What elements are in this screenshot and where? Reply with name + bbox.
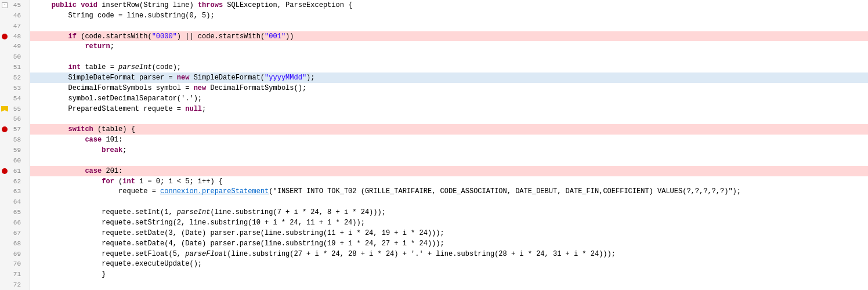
code-token: requete.executeUpdate(); [35,260,202,268]
line-number: 58 [9,136,23,143]
code-token: ( [114,177,122,186]
code-line: requete.setInt(1, parseInt(line.substrin… [30,207,868,217]
code-token: parseFloat [185,250,227,258]
code-token: int [68,63,81,71]
code-token: ; [110,42,114,50]
code-token: case [85,167,102,175]
gutter-row: 71 [0,269,30,280]
gutter-row: 62 [0,176,30,187]
line-number: 60 [9,157,23,164]
code-line: requete.setDate(3, (Date) parser.parse(l… [30,228,868,238]
code-token: table = [81,63,118,71]
code-line: requete = connexion.prepareStatement("IN… [30,186,868,197]
line-number: 52 [9,74,23,81]
code-token: requete.setString(2, line.substring(10 +… [35,219,365,227]
code-token: insertRow(String line) [97,1,198,9]
code-line: switch (table) { [30,124,868,135]
code-token: if [68,32,77,41]
line-number: 72 [9,281,23,288]
line-number: 70 [9,260,23,267]
breakpoint-icon [0,126,9,132]
code-line: case 101: [30,135,868,145]
code-line: requete.setFloat(5, parseFloat(line.subs… [30,249,868,259]
fold-icon: - [0,2,9,8]
code-line: int table = parseInt(code); [30,62,868,72]
gutter-row: 61 [0,166,30,176]
line-number: 54 [9,95,23,102]
breakpoint-icon [0,168,9,174]
line-number: 66 [9,219,23,226]
code-line: requete.executeUpdate(); [30,259,868,269]
code-token: requete.setDate(3, (Date) parser.parse(l… [35,229,444,237]
gutter-row: 56 [0,114,30,124]
gutter-row: 70 [0,259,30,269]
gutter-row: 63 [0,186,30,197]
gutter-row: 59 [0,145,30,155]
code-line: symbol.setDecimalSeparator('.'); [30,93,868,104]
code-line: requete.setString(2, line.substring(10 +… [30,217,868,228]
code-line: for (int i = 0; i < 5; i++) { [30,176,868,187]
line-number: 57 [9,126,23,133]
code-area: public void insertRow(String line) throw… [30,0,868,290]
line-number: 62 [9,178,23,185]
code-token: SimpleDateFormat( [189,74,265,82]
line-number: 50 [9,53,23,60]
code-token: throws [198,1,223,9]
code-token [35,1,52,9]
code-token [35,32,68,41]
line-number: 71 [9,271,23,278]
line-gutter: -454647484950515253545556575859606162636… [0,0,30,290]
gutter-row: 51 [0,62,30,72]
gutter-row: 64 [0,197,30,207]
line-number: 48 [9,33,23,40]
code-line: PreparedStatement requete = null; [30,104,868,114]
code-line: public void insertRow(String line) throw… [30,0,868,10]
code-line: break; [30,145,868,155]
code-token: new [177,74,190,82]
code-line [30,114,868,124]
gutter-row: 67 [0,228,30,238]
code-token [35,136,85,144]
gutter-row: 48 [0,31,30,42]
line-number: 51 [9,64,23,71]
connexion-preparestatement-link[interactable]: connexion.prepareStatement [160,187,269,195]
gutter-row: 46 [0,10,30,21]
line-number: 64 [9,198,23,205]
line-number: 47 [9,23,23,30]
code-token: "001" [265,32,285,41]
code-line: return; [30,41,868,52]
code-token [35,42,85,50]
code-line: } [30,269,868,280]
code-token: (code.startsWith( [77,32,152,41]
gutter-row: 47 [0,21,30,31]
code-token: ) || code.startsWith( [177,32,265,41]
gutter-row: 69 [0,249,30,259]
line-number: 45 [9,2,23,9]
code-token: void [81,1,97,9]
code-token: 101: [102,136,122,144]
code-editor: -454647484950515253545556575859606162636… [0,0,868,290]
breakpoint-icon [0,34,9,39]
code-token: break [102,146,122,154]
code-token: i = 0; i < 5; i++) { [135,177,223,186]
code-line: SimpleDateFormat parser = new SimpleDate… [30,72,868,83]
code-token: "yyyyMMdd" [265,74,306,82]
gutter-row: -45 [0,0,30,10]
gutter-row: 57 [0,124,30,135]
code-line [30,197,868,207]
line-number: 65 [9,209,23,216]
code-token: switch [68,125,93,133]
gutter-row: 66 [0,217,30,228]
gutter-row: 60 [0,155,30,166]
gutter-row: 49 [0,41,30,52]
line-number: 53 [9,85,23,92]
line-number: 46 [9,12,23,19]
code-token: return [85,42,110,50]
code-line: DecimalFormatSymbols symbol = new Decima… [30,83,868,93]
code-token [35,167,85,175]
code-token: ; [202,105,206,113]
gutter-row: 55 [0,104,30,114]
code-line [30,280,868,290]
code-token: "0000" [152,32,177,41]
code-token [35,177,102,186]
